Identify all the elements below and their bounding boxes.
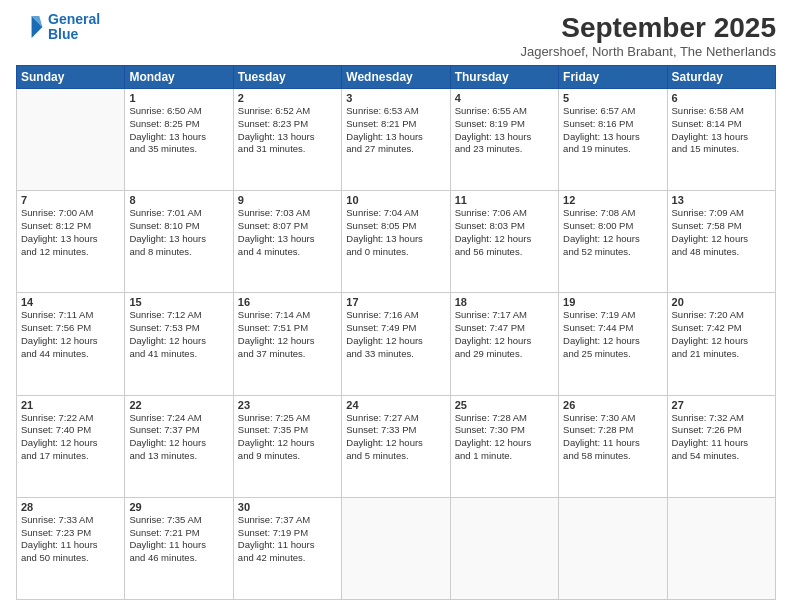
calendar-body: 1Sunrise: 6:50 AM Sunset: 8:25 PM Daylig… [17,89,776,600]
day-cell [667,497,775,599]
day-info: Sunrise: 7:19 AM Sunset: 7:44 PM Dayligh… [563,309,662,360]
day-info: Sunrise: 7:37 AM Sunset: 7:19 PM Dayligh… [238,514,337,565]
day-number: 5 [563,92,662,104]
day-info: Sunrise: 7:09 AM Sunset: 7:58 PM Dayligh… [672,207,771,258]
day-cell: 4Sunrise: 6:55 AM Sunset: 8:19 PM Daylig… [450,89,558,191]
day-cell [559,497,667,599]
subtitle: Jagershoef, North Brabant, The Netherlan… [520,44,776,59]
day-info: Sunrise: 6:50 AM Sunset: 8:25 PM Dayligh… [129,105,228,156]
day-info: Sunrise: 7:12 AM Sunset: 7:53 PM Dayligh… [129,309,228,360]
day-cell: 26Sunrise: 7:30 AM Sunset: 7:28 PM Dayli… [559,395,667,497]
day-cell: 23Sunrise: 7:25 AM Sunset: 7:35 PM Dayli… [233,395,341,497]
day-cell: 18Sunrise: 7:17 AM Sunset: 7:47 PM Dayli… [450,293,558,395]
day-info: Sunrise: 7:11 AM Sunset: 7:56 PM Dayligh… [21,309,120,360]
day-number: 29 [129,501,228,513]
day-cell: 1Sunrise: 6:50 AM Sunset: 8:25 PM Daylig… [125,89,233,191]
day-info: Sunrise: 6:58 AM Sunset: 8:14 PM Dayligh… [672,105,771,156]
logo-line1: General [48,11,100,27]
day-cell: 25Sunrise: 7:28 AM Sunset: 7:30 PM Dayli… [450,395,558,497]
day-info: Sunrise: 7:00 AM Sunset: 8:12 PM Dayligh… [21,207,120,258]
day-cell: 17Sunrise: 7:16 AM Sunset: 7:49 PM Dayli… [342,293,450,395]
day-cell [342,497,450,599]
day-number: 9 [238,194,337,206]
page: General Blue September 2025 Jagershoef, … [0,0,792,612]
day-cell: 2Sunrise: 6:52 AM Sunset: 8:23 PM Daylig… [233,89,341,191]
day-info: Sunrise: 7:32 AM Sunset: 7:26 PM Dayligh… [672,412,771,463]
day-info: Sunrise: 7:27 AM Sunset: 7:33 PM Dayligh… [346,412,445,463]
day-cell: 11Sunrise: 7:06 AM Sunset: 8:03 PM Dayli… [450,191,558,293]
day-number: 21 [21,399,120,411]
day-info: Sunrise: 7:17 AM Sunset: 7:47 PM Dayligh… [455,309,554,360]
day-number: 19 [563,296,662,308]
day-number: 26 [563,399,662,411]
day-number: 6 [672,92,771,104]
day-number: 28 [21,501,120,513]
day-cell: 22Sunrise: 7:24 AM Sunset: 7:37 PM Dayli… [125,395,233,497]
col-header-saturday: Saturday [667,66,775,89]
day-cell: 9Sunrise: 7:03 AM Sunset: 8:07 PM Daylig… [233,191,341,293]
week-row-4: 21Sunrise: 7:22 AM Sunset: 7:40 PM Dayli… [17,395,776,497]
day-info: Sunrise: 7:25 AM Sunset: 7:35 PM Dayligh… [238,412,337,463]
day-info: Sunrise: 7:03 AM Sunset: 8:07 PM Dayligh… [238,207,337,258]
day-cell: 15Sunrise: 7:12 AM Sunset: 7:53 PM Dayli… [125,293,233,395]
title-block: September 2025 Jagershoef, North Brabant… [520,12,776,59]
day-number: 20 [672,296,771,308]
day-cell: 13Sunrise: 7:09 AM Sunset: 7:58 PM Dayli… [667,191,775,293]
day-number: 2 [238,92,337,104]
day-cell: 19Sunrise: 7:19 AM Sunset: 7:44 PM Dayli… [559,293,667,395]
week-row-5: 28Sunrise: 7:33 AM Sunset: 7:23 PM Dayli… [17,497,776,599]
day-cell: 10Sunrise: 7:04 AM Sunset: 8:05 PM Dayli… [342,191,450,293]
calendar-header-row: SundayMondayTuesdayWednesdayThursdayFrid… [17,66,776,89]
day-cell: 14Sunrise: 7:11 AM Sunset: 7:56 PM Dayli… [17,293,125,395]
month-title: September 2025 [520,12,776,44]
day-number: 23 [238,399,337,411]
day-number: 14 [21,296,120,308]
col-header-sunday: Sunday [17,66,125,89]
day-info: Sunrise: 7:06 AM Sunset: 8:03 PM Dayligh… [455,207,554,258]
logo-line2: Blue [48,26,78,42]
day-info: Sunrise: 7:16 AM Sunset: 7:49 PM Dayligh… [346,309,445,360]
day-info: Sunrise: 6:52 AM Sunset: 8:23 PM Dayligh… [238,105,337,156]
day-number: 4 [455,92,554,104]
day-info: Sunrise: 7:28 AM Sunset: 7:30 PM Dayligh… [455,412,554,463]
day-cell: 30Sunrise: 7:37 AM Sunset: 7:19 PM Dayli… [233,497,341,599]
day-number: 11 [455,194,554,206]
day-number: 7 [21,194,120,206]
calendar-table: SundayMondayTuesdayWednesdayThursdayFrid… [16,65,776,600]
day-info: Sunrise: 7:35 AM Sunset: 7:21 PM Dayligh… [129,514,228,565]
day-info: Sunrise: 7:08 AM Sunset: 8:00 PM Dayligh… [563,207,662,258]
day-number: 3 [346,92,445,104]
day-number: 27 [672,399,771,411]
header: General Blue September 2025 Jagershoef, … [16,12,776,59]
day-info: Sunrise: 6:53 AM Sunset: 8:21 PM Dayligh… [346,105,445,156]
logo-icon [16,13,44,41]
day-cell: 3Sunrise: 6:53 AM Sunset: 8:21 PM Daylig… [342,89,450,191]
week-row-2: 7Sunrise: 7:00 AM Sunset: 8:12 PM Daylig… [17,191,776,293]
day-info: Sunrise: 7:04 AM Sunset: 8:05 PM Dayligh… [346,207,445,258]
day-cell: 7Sunrise: 7:00 AM Sunset: 8:12 PM Daylig… [17,191,125,293]
col-header-thursday: Thursday [450,66,558,89]
day-info: Sunrise: 6:57 AM Sunset: 8:16 PM Dayligh… [563,105,662,156]
col-header-wednesday: Wednesday [342,66,450,89]
day-cell: 21Sunrise: 7:22 AM Sunset: 7:40 PM Dayli… [17,395,125,497]
day-cell: 12Sunrise: 7:08 AM Sunset: 8:00 PM Dayli… [559,191,667,293]
day-cell: 16Sunrise: 7:14 AM Sunset: 7:51 PM Dayli… [233,293,341,395]
day-number: 18 [455,296,554,308]
day-info: Sunrise: 7:33 AM Sunset: 7:23 PM Dayligh… [21,514,120,565]
day-cell: 27Sunrise: 7:32 AM Sunset: 7:26 PM Dayli… [667,395,775,497]
day-info: Sunrise: 7:22 AM Sunset: 7:40 PM Dayligh… [21,412,120,463]
day-cell [17,89,125,191]
day-info: Sunrise: 7:30 AM Sunset: 7:28 PM Dayligh… [563,412,662,463]
week-row-3: 14Sunrise: 7:11 AM Sunset: 7:56 PM Dayli… [17,293,776,395]
day-info: Sunrise: 7:20 AM Sunset: 7:42 PM Dayligh… [672,309,771,360]
col-header-tuesday: Tuesday [233,66,341,89]
day-info: Sunrise: 7:14 AM Sunset: 7:51 PM Dayligh… [238,309,337,360]
logo-text: General Blue [48,12,100,43]
day-info: Sunrise: 7:24 AM Sunset: 7:37 PM Dayligh… [129,412,228,463]
day-number: 25 [455,399,554,411]
day-cell: 24Sunrise: 7:27 AM Sunset: 7:33 PM Dayli… [342,395,450,497]
day-number: 1 [129,92,228,104]
col-header-monday: Monday [125,66,233,89]
week-row-1: 1Sunrise: 6:50 AM Sunset: 8:25 PM Daylig… [17,89,776,191]
day-cell [450,497,558,599]
